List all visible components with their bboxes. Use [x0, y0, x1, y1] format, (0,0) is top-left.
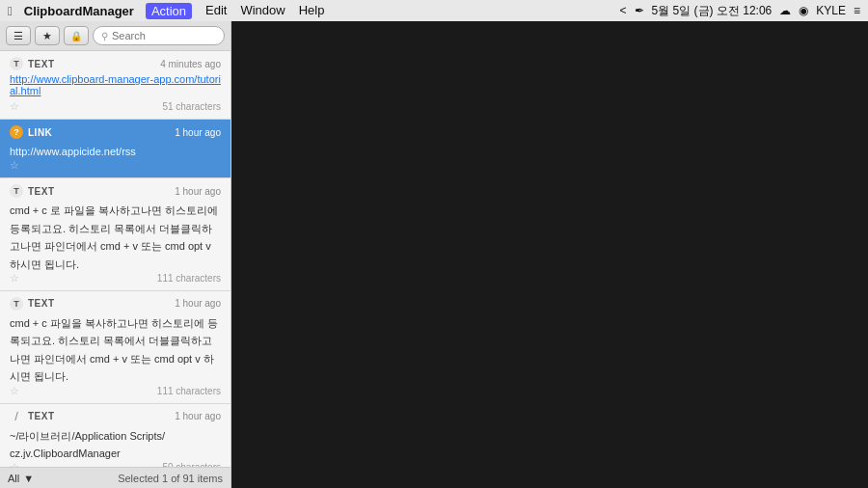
clip-header: T TEXT 1 hour ago — [10, 184, 221, 198]
hamburger-icon: ☰ — [14, 30, 23, 42]
clip-char-count: 50 characters — [162, 462, 221, 467]
clip-type-label: TEXT — [28, 186, 55, 197]
clip-content-link[interactable]: http://www.clipboard-manager-app.com/tut… — [10, 73, 221, 96]
apple-menu[interactable]:  — [8, 4, 13, 18]
sidebar: ☰ ★ 🔒 ⚲ T TEXT 4 minu — [0, 21, 231, 488]
clip-time: 1 hour ago — [175, 186, 221, 197]
star-icon: ★ — [42, 30, 52, 42]
main-area: ☰ ★ 🔒 ⚲ T TEXT 4 minu — [0, 21, 868, 488]
clip-type-icon: / — [10, 410, 23, 423]
clip-time: 4 minutes ago — [160, 59, 221, 69]
list-item[interactable]: ? LINK 1 hour ago http://www.appicide.ne… — [0, 120, 231, 178]
clip-header: ? LINK 1 hour ago — [10, 125, 221, 139]
clip-header: T TEXT 4 minutes ago — [10, 57, 221, 70]
user-name: KYLE — [816, 4, 846, 17]
search-icon: ⚲ — [101, 31, 108, 41]
clip-content: http://www.appicide.net/rss — [10, 146, 136, 157]
star-icon[interactable]: ☆ — [10, 385, 19, 397]
clip-footer: ☆ 111 characters — [10, 385, 221, 397]
hamburger-menu-icon[interactable]: ≡ — [854, 4, 860, 17]
clip-type-row: / TEXT — [10, 410, 55, 423]
star-icon[interactable]: ☆ — [10, 461, 19, 467]
list-item[interactable]: T TEXT 1 hour ago cmd + c 파일을 복사하고나면 히스토… — [0, 291, 231, 404]
list-item[interactable]: T TEXT 1 hour ago cmd + c 로 파일을 복사하고나면 히… — [0, 178, 231, 291]
star-icon[interactable]: ☆ — [10, 159, 19, 172]
cloud-icon: ☁ — [779, 4, 791, 17]
chevron-left-icon: < — [620, 4, 627, 17]
clip-time: 1 hour ago — [175, 298, 221, 309]
menu-window[interactable]: Window — [240, 3, 285, 19]
lock-icon: 🔒 — [70, 31, 82, 41]
clip-type-label: TEXT — [28, 298, 55, 309]
clip-char-count: 111 characters — [157, 273, 221, 284]
clip-type-label: TEXT — [28, 411, 55, 421]
menubar-right: < ✒ 5월 5일 (금) 오전 12:06 ☁ ◉ KYLE ≡ — [620, 3, 860, 19]
bottombar: All ▼ Selected 1 of 91 items — [0, 467, 231, 488]
menubar-left:  ClipboardManager Action Edit Window He… — [8, 3, 324, 19]
clip-content: cmd + c 파일을 복사하고나면 히스토리에 등록되고요. 히스토리 목록에… — [10, 317, 218, 382]
clip-type-row: T TEXT — [10, 184, 55, 198]
clip-type-label: TEXT — [28, 59, 55, 69]
clip-type-icon: T — [10, 57, 23, 70]
clip-content: ~/라이브러리/Application Scripts/cz.jv.Clipbo… — [10, 430, 165, 459]
clip-footer: ☆ 111 characters — [10, 272, 221, 285]
clip-type-icon: T — [10, 184, 23, 198]
menu-help[interactable]: Help — [299, 3, 325, 19]
clips-list: T TEXT 4 minutes ago http://www.clipboar… — [0, 51, 231, 467]
clip-time: 1 hour ago — [175, 411, 221, 421]
filter-label: All — [8, 473, 19, 484]
status-text: Selected 1 of 91 items — [118, 473, 223, 484]
clip-type-row: T TEXT — [10, 297, 55, 311]
menu-action[interactable]: Action — [146, 3, 192, 19]
date-display: 5월 5일 (금) 오전 12:06 — [652, 3, 773, 19]
right-area — [231, 21, 868, 488]
star-icon[interactable]: ☆ — [10, 100, 19, 113]
clip-type-icon: ? — [10, 125, 23, 139]
clip-footer: ☆ — [10, 159, 221, 172]
clip-char-count: 51 characters — [162, 101, 221, 112]
user-avatar-icon: ◉ — [799, 4, 808, 17]
menubar:  ClipboardManager Action Edit Window He… — [0, 0, 868, 21]
search-input[interactable] — [112, 30, 216, 41]
clip-footer: ☆ 51 characters — [10, 100, 221, 113]
clip-type-row: ? LINK — [10, 125, 52, 139]
clip-type-row: T TEXT — [10, 57, 55, 70]
search-box[interactable]: ⚲ — [93, 26, 225, 45]
star-filter-button[interactable]: ★ — [35, 26, 60, 45]
clip-type-label: LINK — [28, 127, 52, 138]
clip-time: 1 hour ago — [175, 127, 221, 138]
lock-button[interactable]: 🔒 — [64, 26, 89, 45]
menu-items: Action Edit Window Help — [146, 3, 325, 19]
clip-header: T TEXT 1 hour ago — [10, 297, 221, 311]
clip-content: cmd + c 로 파일을 복사하고나면 히스토리에 등록되고요. 히스토리 목… — [10, 204, 218, 269]
app-name: ClipboardManager — [24, 4, 134, 18]
list-item[interactable]: / TEXT 1 hour ago ~/라이브러리/Application Sc… — [0, 404, 231, 467]
menu-edit[interactable]: Edit — [205, 3, 227, 19]
clip-type-icon: T — [10, 297, 23, 311]
toolbar: ☰ ★ 🔒 ⚲ — [0, 21, 231, 51]
clip-char-count: 111 characters — [157, 386, 221, 396]
menu-toggle-button[interactable]: ☰ — [6, 26, 31, 45]
list-item[interactable]: T TEXT 4 minutes ago http://www.clipboar… — [0, 51, 231, 120]
clip-footer: ☆ 50 characters — [10, 461, 221, 467]
dropdown-arrow-icon: ▼ — [23, 473, 34, 484]
pen-icon: ✒ — [635, 4, 644, 17]
star-icon[interactable]: ☆ — [10, 272, 19, 285]
filter-dropdown[interactable]: All ▼ — [8, 473, 34, 484]
clip-header: / TEXT 1 hour ago — [10, 410, 221, 423]
